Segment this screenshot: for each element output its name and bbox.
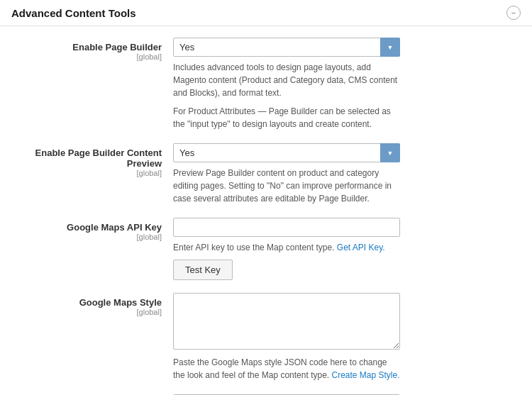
enable-page-builder-desc1: Includes advanced tools to design page l…	[173, 61, 400, 99]
content-area: Enable Page Builder [global] Yes No Incl…	[0, 26, 532, 395]
create-map-style-link[interactable]: Create Map Style.	[332, 370, 400, 380]
google-maps-style-desc: Paste the Google Maps style JSON code he…	[173, 356, 400, 382]
enable-preview-select[interactable]: Yes No	[173, 143, 400, 162]
collapse-button[interactable]: −	[506, 6, 521, 20]
enable-page-builder-select-wrapper: Yes No	[173, 38, 400, 57]
google-maps-style-row: Google Maps Style [global] Paste the Goo…	[17, 293, 515, 382]
enable-preview-row: Enable Page Builder Content Preview [glo…	[17, 143, 515, 205]
enable-preview-desc: Preview Page Builder content on product …	[173, 167, 400, 205]
enable-page-builder-desc2: For Product Attributes — Page Builder ca…	[173, 105, 400, 130]
enable-preview-field: Yes No Preview Page Builder content on p…	[173, 143, 515, 205]
get-api-key-link[interactable]: Get API Key.	[337, 243, 385, 252]
google-maps-api-key-row: Google Maps API Key [global] Enter API k…	[17, 218, 515, 280]
enable-page-builder-row: Enable Page Builder [global] Yes No Incl…	[17, 38, 515, 130]
page-title: Advanced Content Tools	[11, 7, 136, 19]
enable-preview-label: Enable Page Builder Content Preview [glo…	[17, 143, 173, 177]
enable-page-builder-select[interactable]: Yes No	[173, 38, 400, 57]
google-maps-api-key-label: Google Maps API Key [global]	[17, 218, 173, 241]
google-maps-style-label: Google Maps Style [global]	[17, 293, 173, 316]
enable-preview-select-wrapper: Yes No	[173, 143, 400, 162]
enable-page-builder-label: Enable Page Builder [global]	[17, 38, 173, 61]
google-maps-api-key-desc: Enter API key to use the Map content typ…	[173, 241, 400, 254]
google-maps-api-key-input[interactable]	[173, 218, 400, 237]
enable-page-builder-field: Yes No Includes advanced tools to design…	[173, 38, 515, 130]
google-maps-api-key-field: Enter API key to use the Map content typ…	[173, 218, 515, 280]
page-header: Advanced Content Tools −	[0, 0, 532, 26]
google-maps-style-field: Paste the Google Maps style JSON code he…	[173, 293, 515, 382]
test-key-button[interactable]: Test Key	[173, 260, 233, 280]
google-maps-style-textarea[interactable]	[173, 293, 400, 350]
